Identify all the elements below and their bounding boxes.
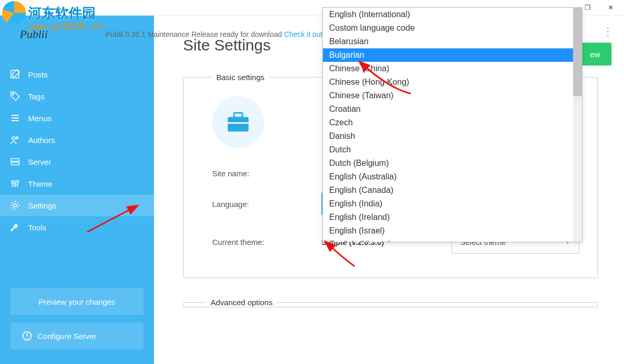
language-option[interactable]: Bulgarian: [323, 48, 582, 62]
sidebar-bottom: Preview your changes Configure Server: [0, 281, 154, 364]
language-option[interactable]: English (Nigeria): [323, 238, 582, 242]
gear-icon: [9, 200, 21, 211]
language-option[interactable]: English (Canada): [323, 184, 582, 197]
sidebar-item-label: Tags: [28, 92, 45, 101]
sidebar-item-tools[interactable]: Tools: [0, 216, 154, 238]
advanced-options-fieldset: Advanced options: [183, 298, 598, 307]
alert-circle-icon: [22, 331, 32, 341]
update-link[interactable]: Check it out!: [284, 30, 324, 38]
language-option[interactable]: Czech: [323, 116, 582, 129]
svg-rect-5: [11, 162, 19, 165]
sidebar-item-theme[interactable]: Theme: [0, 173, 154, 194]
language-option[interactable]: Danish: [323, 129, 582, 143]
language-option[interactable]: Chinese (China): [323, 62, 582, 75]
update-message: Publii 0.35.1 Maintenance Release ready …: [106, 30, 324, 38]
sidebar-item-authors[interactable]: Authors: [0, 129, 154, 151]
svg-point-9: [14, 204, 17, 207]
update-text-content: Publii 0.35.1 Maintenance Release ready …: [106, 30, 284, 38]
site-logo-preview[interactable]: [212, 96, 264, 148]
kebab-menu-button[interactable]: ⋮: [603, 25, 613, 37]
sidebar-item-label: Settings: [28, 201, 56, 210]
header-action-button[interactable]: ew: [579, 43, 612, 66]
dropdown-scrollbar-thumb[interactable]: [573, 8, 582, 96]
language-option[interactable]: Custom language code: [323, 21, 582, 35]
svg-point-6: [11, 181, 14, 183]
configure-server-label: Configure Server: [37, 332, 96, 341]
svg-rect-11: [228, 117, 249, 132]
sliders-icon: [9, 178, 21, 189]
sidebar-item-tags[interactable]: Tags: [0, 85, 154, 107]
window-close-button[interactable]: ✕: [599, 1, 622, 15]
sidebar-item-label: Server: [28, 158, 51, 166]
wrench-icon: [9, 222, 21, 232]
language-option[interactable]: Dutch (Belgium): [323, 157, 582, 170]
language-dropdown-popover: English (International)Custom language c…: [322, 7, 582, 242]
briefcase-icon: [226, 111, 251, 134]
svg-rect-12: [234, 113, 242, 118]
svg-point-8: [17, 180, 19, 183]
basic-settings-legend: Basic settings: [212, 73, 269, 82]
sidebar-item-menus[interactable]: Menus: [0, 107, 154, 129]
sidebar-item-label: Tools: [28, 223, 46, 232]
language-option-list[interactable]: English (International)Custom language c…: [323, 8, 582, 242]
sidebar: Posts Tags Menus Authors Server: [0, 16, 154, 364]
svg-point-7: [14, 184, 16, 186]
language-option[interactable]: English (India): [323, 197, 582, 211]
dropdown-scrollbar-track[interactable]: [573, 8, 582, 242]
language-option[interactable]: English (Israel): [323, 224, 582, 238]
list-icon: [9, 113, 21, 123]
current-theme-label: Current theme:: [212, 238, 321, 246]
configure-server-button[interactable]: Configure Server: [10, 322, 144, 349]
preview-changes-label: Preview your changes: [38, 297, 115, 306]
advanced-options-legend: Advanced options: [206, 298, 277, 307]
preview-changes-button[interactable]: Preview your changes: [10, 288, 144, 315]
svg-point-2: [12, 137, 15, 140]
language-option[interactable]: English (International): [323, 8, 582, 21]
server-icon: [9, 157, 21, 167]
sidebar-item-label: Menus: [28, 114, 51, 123]
language-option[interactable]: Belarusian: [323, 35, 582, 48]
language-option[interactable]: Chinese (Hong Kong): [323, 75, 582, 89]
svg-point-1: [12, 94, 14, 95]
site-name-label: Site name:: [212, 169, 321, 178]
sidebar-item-settings[interactable]: Settings: [0, 194, 154, 216]
sidebar-item-label: Posts: [28, 70, 48, 79]
header-action-label: ew: [590, 50, 600, 59]
language-option[interactable]: Croatian: [323, 102, 582, 116]
svg-rect-13: [228, 122, 249, 124]
users-icon: [9, 135, 21, 145]
language-label: Language:: [212, 200, 321, 209]
language-option[interactable]: Dutch: [323, 143, 582, 157]
sidebar-item-posts[interactable]: Posts: [0, 63, 154, 85]
pencil-square-icon: [9, 69, 21, 80]
sidebar-item-server[interactable]: Server: [0, 151, 154, 173]
sidebar-item-label: Theme: [28, 179, 53, 188]
svg-rect-4: [11, 159, 19, 161]
svg-point-3: [16, 137, 18, 139]
tag-icon: [9, 91, 21, 101]
language-option[interactable]: English (Ireland): [323, 211, 582, 224]
sidebar-item-label: Authors: [28, 136, 55, 145]
language-option[interactable]: Chinese (Taiwan): [323, 89, 582, 102]
language-option[interactable]: English (Australia): [323, 170, 582, 184]
